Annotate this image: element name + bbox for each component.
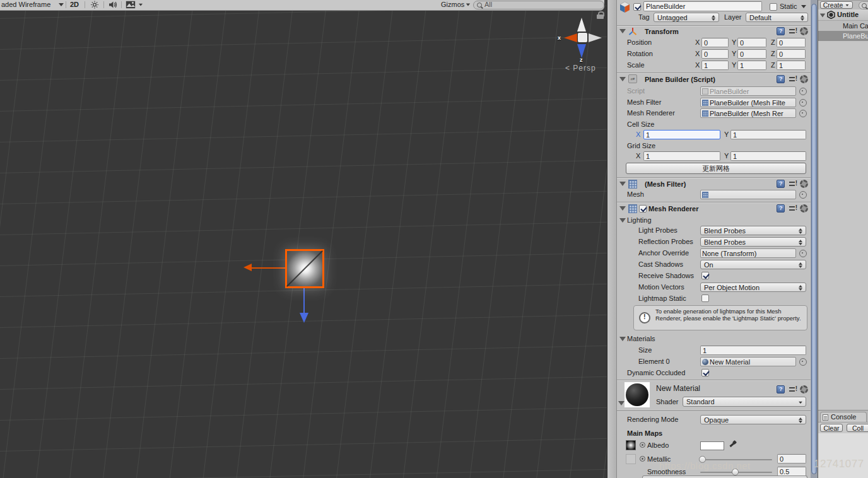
scene-effects-toggle-icon[interactable] bbox=[126, 1, 134, 9]
gear-icon[interactable] bbox=[800, 180, 808, 188]
help-icon[interactable] bbox=[777, 75, 785, 83]
2d-toggle-button[interactable]: 2D bbox=[70, 1, 79, 8]
mesh-renderer-enabled-checkbox[interactable] bbox=[639, 205, 647, 213]
gizmo-up-axis-cone[interactable] bbox=[577, 18, 586, 32]
rendering-mode-dropdown[interactable]: Opaque bbox=[700, 415, 806, 424]
cast-shadows-dropdown[interactable]: On bbox=[700, 260, 806, 269]
cell-size-x-field[interactable]: 1 bbox=[643, 130, 720, 139]
position-y-field[interactable]: 0 bbox=[737, 38, 766, 47]
metallic-texture-thumbnail[interactable] bbox=[626, 454, 636, 464]
mesh-filter-object-field[interactable]: PlaneBuilder (Mesh Filte bbox=[700, 98, 796, 107]
move-gizmo-z-axis[interactable] bbox=[303, 288, 305, 313]
preset-icon[interactable] bbox=[789, 27, 797, 35]
layer-dropdown[interactable]: Default bbox=[746, 13, 808, 22]
console-log-area[interactable] bbox=[818, 433, 868, 478]
move-gizmo-x-axis[interactable] bbox=[251, 267, 285, 269]
scale-y-field[interactable]: 1 bbox=[737, 61, 766, 70]
help-icon[interactable] bbox=[777, 385, 785, 393]
reflection-probes-dropdown[interactable]: Blend Probes bbox=[700, 237, 806, 247]
inspector-scrollbar[interactable] bbox=[811, 0, 818, 478]
mesh-object-field[interactable] bbox=[700, 190, 796, 199]
mesh-filter-foldout[interactable] bbox=[619, 182, 626, 186]
mesh-renderer-foldout[interactable] bbox=[619, 206, 626, 211]
scene-view[interactable]: x z < Persp aded Wireframe 2D Giz bbox=[0, 0, 607, 478]
gear-icon[interactable] bbox=[800, 385, 808, 393]
gizmo-z-axis-cone[interactable] bbox=[577, 44, 586, 58]
grid-size-x-field[interactable]: 1 bbox=[643, 151, 720, 161]
help-icon[interactable] bbox=[777, 204, 785, 213]
anchor-override-field[interactable]: None (Transform) bbox=[700, 248, 796, 258]
object-picker-icon[interactable] bbox=[799, 191, 807, 199]
scale-x-field[interactable]: 1 bbox=[701, 61, 729, 70]
gear-icon[interactable] bbox=[800, 75, 808, 83]
console-collapse-button[interactable]: Coll bbox=[847, 424, 868, 432]
preset-icon[interactable] bbox=[789, 75, 797, 83]
mesh-renderer-object-field[interactable]: PlaneBuilder (Mesh Rer bbox=[700, 108, 796, 118]
receive-shadows-checkbox[interactable] bbox=[701, 272, 709, 279]
preset-icon[interactable] bbox=[789, 385, 797, 393]
gameobject-active-checkbox[interactable] bbox=[633, 3, 641, 11]
tag-dropdown[interactable]: Untagged bbox=[654, 13, 719, 22]
lighting-foldout[interactable] bbox=[619, 218, 626, 223]
shading-mode-dropdown[interactable]: aded Wireframe bbox=[1, 1, 50, 8]
console-clear-button[interactable]: Clear bbox=[820, 424, 843, 432]
gizmo-right-axis-cone[interactable] bbox=[589, 33, 602, 42]
object-picker-icon[interactable] bbox=[799, 88, 807, 95]
update-mesh-button[interactable]: 更新网格 bbox=[626, 163, 806, 174]
preset-icon[interactable] bbox=[789, 204, 797, 213]
move-gizmo-z-arrow[interactable] bbox=[300, 313, 308, 323]
move-gizmo-x-arrow[interactable] bbox=[243, 264, 252, 271]
element0-material-field[interactable]: New Material bbox=[700, 357, 796, 366]
smoothness-value-field[interactable]: 0.5 bbox=[777, 467, 806, 476]
materials-foldout[interactable] bbox=[619, 337, 626, 341]
preset-icon[interactable] bbox=[789, 180, 797, 188]
gear-icon[interactable] bbox=[800, 27, 808, 35]
metallic-value-field[interactable]: 0 bbox=[777, 454, 806, 463]
rotation-x-field[interactable]: 0 bbox=[701, 49, 729, 59]
albedo-color-swatch[interactable] bbox=[700, 441, 724, 450]
panel-divider[interactable] bbox=[607, 0, 617, 478]
plane-builder-foldout[interactable] bbox=[619, 77, 626, 81]
scene-audio-toggle-icon[interactable] bbox=[108, 1, 117, 9]
gizmo-center-cube[interactable] bbox=[578, 33, 587, 42]
smoothness-slider-thumb[interactable] bbox=[732, 469, 739, 475]
dynamic-occluded-checkbox[interactable] bbox=[701, 369, 709, 376]
eyedropper-icon[interactable] bbox=[728, 441, 737, 450]
position-x-field[interactable]: 0 bbox=[701, 38, 729, 47]
albedo-texture-thumbnail[interactable] bbox=[626, 440, 636, 450]
gizmo-x-axis-cone[interactable] bbox=[564, 33, 577, 42]
scrollbar-thumb[interactable] bbox=[811, 4, 817, 474]
scene-header-row[interactable]: Untitle bbox=[818, 9, 868, 21]
hierarchy-search-field[interactable] bbox=[859, 1, 868, 9]
metallic-target-icon[interactable] bbox=[640, 456, 645, 462]
position-z-field[interactable]: 0 bbox=[777, 38, 806, 47]
motion-vectors-dropdown[interactable]: Per Object Motion bbox=[700, 283, 806, 292]
rotation-y-field[interactable]: 0 bbox=[737, 49, 766, 59]
transform-foldout[interactable] bbox=[619, 29, 626, 33]
lightmap-static-checkbox[interactable] bbox=[701, 294, 709, 302]
shader-dropdown[interactable]: Standard bbox=[683, 397, 806, 407]
create-button[interactable]: Create bbox=[820, 1, 853, 9]
help-icon[interactable] bbox=[777, 27, 785, 35]
effects-dropdown-caret-icon[interactable] bbox=[139, 4, 143, 6]
grid-size-y-field[interactable]: 1 bbox=[730, 151, 806, 161]
static-dropdown-caret-icon[interactable] bbox=[801, 5, 806, 8]
light-probes-dropdown[interactable]: Blend Probes bbox=[700, 226, 806, 235]
script-object-field[interactable]: PlaneBuilder bbox=[700, 86, 796, 96]
material-preview-sphere[interactable] bbox=[625, 382, 650, 407]
gear-icon[interactable] bbox=[800, 204, 808, 213]
hierarchy-item-main-camera[interactable]: Main Ca bbox=[818, 21, 868, 31]
scene-search-field[interactable]: All bbox=[473, 1, 604, 9]
gameobject-name-field[interactable]: PlaneBuilder bbox=[643, 1, 762, 11]
help-icon[interactable] bbox=[777, 180, 785, 188]
selected-plane-object[interactable] bbox=[285, 249, 324, 288]
material-foldout[interactable] bbox=[618, 401, 625, 405]
console-tab[interactable]: Console bbox=[820, 412, 867, 422]
materials-size-field[interactable]: 1 bbox=[700, 346, 806, 355]
static-checkbox[interactable] bbox=[770, 3, 777, 11]
scene-lighting-toggle-icon[interactable] bbox=[90, 1, 99, 9]
hierarchy-item-planebuilder-selected[interactable]: PlaneBu bbox=[818, 31, 868, 41]
albedo-target-icon[interactable] bbox=[640, 442, 645, 448]
object-picker-icon[interactable] bbox=[799, 99, 807, 107]
cell-size-y-field[interactable]: 1 bbox=[730, 130, 806, 139]
